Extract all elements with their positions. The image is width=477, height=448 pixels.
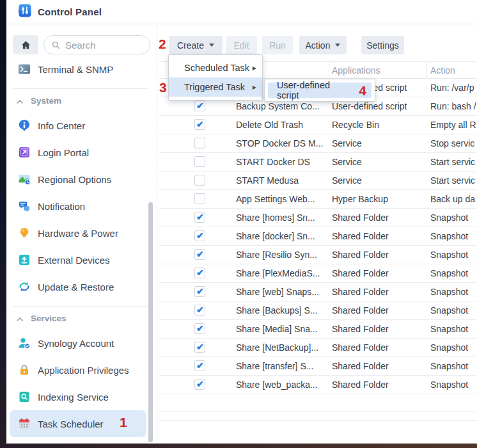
sidebar-item-label: Task Scheduler	[38, 419, 104, 429]
column-header-applications[interactable]: Applications	[332, 65, 380, 76]
sidebar-item-indexing-service[interactable]: Indexing Service	[10, 383, 146, 410]
enabled-checkbox-unchecked[interactable]	[194, 156, 205, 167]
table-row[interactable]: Delete Old TrashRecycle BinEmpty all R	[159, 116, 477, 134]
task-name-cell: Share [PlexMediaS...	[236, 268, 329, 278]
table-bottom-edge	[159, 412, 477, 420]
task-name-cell: Share [web_packa...	[236, 380, 329, 390]
table-row[interactable]: Share [homes] Sn...Shared FolderSnapshot	[159, 209, 477, 227]
enabled-checkbox-checked[interactable]	[194, 286, 205, 297]
toolbar: Create Edit Run Action Settings	[158, 36, 404, 54]
create-button[interactable]: Create	[169, 36, 223, 54]
table-row[interactable]: START MedusaServiceStart servic	[159, 172, 477, 190]
caret-down-icon	[209, 44, 214, 47]
enabled-checkbox-checked[interactable]	[194, 323, 205, 334]
external-devices-icon	[18, 253, 31, 266]
table-row[interactable]: START Docker DSServiceStart servic	[159, 153, 477, 172]
section-label: Services	[31, 314, 66, 323]
edit-button[interactable]: Edit	[226, 36, 257, 54]
sidebar: Search Terminal & SNMP SystemInfo Center…	[6, 25, 157, 444]
table-row[interactable]: Share [web] Snaps...Shared FolderSnapsho…	[159, 283, 477, 301]
menu-item-triggered-task[interactable]: Triggered Task ▶	[169, 77, 262, 97]
run-button[interactable]: Run	[262, 36, 293, 54]
search-placeholder: Search	[65, 40, 96, 51]
applications-cell: Shared Folder	[332, 250, 426, 260]
applications-cell: Shared Folder	[332, 287, 426, 297]
sidebar-scrollbar[interactable]	[148, 202, 153, 442]
task-name-cell: Share [Media] Sna...	[236, 324, 329, 334]
annotation-step-3: 3	[159, 81, 167, 94]
table-row[interactable]: Share [docker] Sn...Shared FolderSnapsho…	[159, 227, 477, 246]
sidebar-item-synology-account[interactable]: Synology Account	[10, 330, 146, 356]
sidebar-item-update-restore[interactable]: Update & Restore	[10, 273, 146, 300]
table-row[interactable]: Share [Media] Sna...Shared FolderSnapsho…	[159, 320, 477, 339]
sidebar-item-regional-options[interactable]: Regional Options	[10, 166, 146, 193]
table-row[interactable]: STOP Docker DS M...ServiceStop servic	[159, 134, 477, 153]
sidebar-section-system[interactable]: System	[6, 89, 157, 112]
sidebar-section-services[interactable]: Services	[6, 307, 157, 330]
sidebar-item-external-devices[interactable]: External Devices	[10, 246, 146, 273]
applications-cell: Shared Folder	[332, 305, 426, 316]
action-cell: Run: bash /	[430, 101, 477, 111]
enabled-checkbox-checked[interactable]	[194, 305, 205, 316]
submenu-arrow-icon: ▶	[253, 65, 256, 71]
info-center-icon	[18, 119, 31, 132]
task-name-cell: START Docker DS	[236, 157, 329, 167]
task-table-body: User-defined scriptRun: /var/pBackup Sys…	[159, 79, 477, 394]
create-dropdown-menu: Scheduled Task ▶ Triggered Task ▶	[168, 54, 263, 100]
chevron-up-icon	[17, 96, 23, 106]
titlebar[interactable]: Control Panel	[6, 0, 477, 24]
home-button[interactable]	[13, 35, 38, 54]
table-row[interactable]: Share [Resilio Syn...Shared FolderSnapsh…	[159, 246, 477, 264]
sidebar-item-info-center[interactable]: Info Center	[10, 112, 146, 139]
action-cell: Snapshot	[430, 342, 477, 353]
applications-cell: User-defined script	[332, 101, 426, 111]
task-name-cell: Share [NetBackup]...	[236, 342, 329, 353]
sidebar-item-hardware-power[interactable]: Hardware & Power	[10, 220, 146, 246]
task-name-cell: START Medusa	[236, 175, 329, 186]
enabled-checkbox-checked[interactable]	[194, 360, 205, 371]
search-input[interactable]: Search	[43, 35, 150, 54]
table-row[interactable]: Share [PlexMediaS...Shared FolderSnapsho…	[159, 264, 477, 283]
enabled-checkbox-unchecked[interactable]	[194, 138, 205, 148]
table-row[interactable]: App Settings Web...Hyper BackupBack up d…	[159, 190, 477, 209]
applications-cell: Hyper Backup	[332, 194, 426, 204]
action-cell: Snapshot	[430, 212, 477, 223]
sidebar-item-application-privileges[interactable]: Application Privileges	[10, 356, 146, 383]
settings-button[interactable]: Settings	[361, 36, 404, 54]
sidebar-item-terminal-snmp[interactable]: Terminal & SNMP	[10, 56, 146, 83]
task-name-cell: Share [docker] Sn...	[236, 231, 329, 241]
enabled-checkbox-unchecked[interactable]	[194, 193, 205, 204]
table-row[interactable]: Share [Backups] S...Shared FolderSnapsho…	[159, 301, 477, 320]
table-row[interactable]: Share [web_packa...Shared FolderSnapshot	[159, 376, 477, 394]
action-cell: Snapshot	[430, 287, 477, 297]
enabled-checkbox-checked[interactable]	[194, 268, 205, 278]
sidebar-item-login-portal[interactable]: Login Portal	[10, 139, 146, 166]
enabled-checkbox-checked[interactable]	[194, 230, 205, 241]
menu-item-user-defined-script[interactable]: User-defined script 4	[268, 83, 371, 98]
annotation-step-2: 2	[159, 37, 166, 51]
enabled-checkbox-checked[interactable]	[194, 249, 205, 260]
enabled-checkbox-checked[interactable]	[194, 379, 205, 390]
applications-cell: Shared Folder	[332, 324, 426, 334]
task-name-cell: Share [web] Snaps...	[236, 287, 329, 297]
search-icon	[51, 40, 61, 50]
action-cell: Run: /var/p	[430, 83, 477, 93]
enabled-checkbox-checked[interactable]	[194, 342, 205, 353]
table-row[interactable]: Share [NetBackup]...Shared FolderSnapsho…	[159, 339, 477, 357]
triggered-task-submenu: User-defined script 4	[264, 79, 375, 102]
column-header-action[interactable]: Action	[430, 65, 455, 76]
sidebar-item-label: Application Privileges	[38, 365, 129, 376]
menu-item-scheduled-task[interactable]: Scheduled Task ▶	[169, 58, 262, 77]
action-button[interactable]: Action	[299, 36, 347, 54]
enabled-checkbox-unchecked[interactable]	[194, 175, 205, 186]
enabled-checkbox-checked[interactable]	[194, 119, 205, 130]
action-cell: Snapshot	[430, 231, 477, 241]
table-row[interactable]: Share [transfer] S...Shared FolderSnapsh…	[159, 357, 477, 376]
login-portal-icon	[18, 146, 31, 159]
sidebar-item-notification[interactable]: Notification	[10, 193, 146, 220]
section-label: System	[31, 96, 61, 106]
enabled-checkbox-checked[interactable]	[194, 100, 205, 111]
home-icon	[20, 40, 31, 51]
enabled-checkbox-checked[interactable]	[194, 212, 205, 223]
applications-cell: Shared Folder	[332, 231, 426, 241]
